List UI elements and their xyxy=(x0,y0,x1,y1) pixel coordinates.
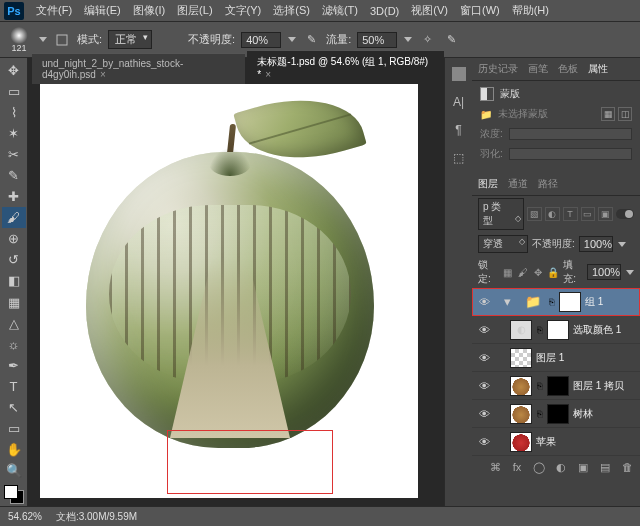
visibility-icon[interactable]: 👁 xyxy=(476,324,492,336)
tab-brush[interactable]: 画笔 xyxy=(528,62,548,76)
adjustment-thumb[interactable]: ◐ xyxy=(510,320,532,340)
layer-name[interactable]: 选取颜色 1 xyxy=(573,323,621,337)
filter-smart-icon[interactable]: ▣ xyxy=(598,207,613,221)
dropdown-icon[interactable] xyxy=(626,270,634,275)
new-group-icon[interactable]: ▣ xyxy=(576,460,590,474)
layer-name[interactable]: 组 1 xyxy=(585,295,603,309)
tab-properties[interactable]: 属性 xyxy=(588,62,608,76)
airbrush-icon[interactable]: ✧ xyxy=(418,31,436,49)
menu-layer[interactable]: 图层(L) xyxy=(171,1,218,20)
visibility-icon[interactable]: 👁 xyxy=(476,380,492,392)
link-layers-icon[interactable]: ⌘ xyxy=(488,460,502,474)
gradient-tool[interactable]: ▦ xyxy=(2,292,26,313)
magic-wand-tool[interactable]: ✶ xyxy=(2,123,26,144)
hand-tool[interactable]: ✋ xyxy=(2,439,26,460)
fx-icon[interactable]: fx xyxy=(510,460,524,474)
lock-position-icon[interactable]: ✥ xyxy=(532,266,543,279)
healing-tool[interactable]: ✚ xyxy=(2,186,26,207)
filter-adj-icon[interactable]: ◐ xyxy=(545,207,560,221)
pen-tool[interactable]: ✒ xyxy=(2,355,26,376)
brush-tool[interactable]: 🖌 xyxy=(2,207,26,228)
canvas[interactable] xyxy=(28,84,444,506)
vector-mask-icon[interactable]: ◫ xyxy=(618,107,632,121)
tab-layers[interactable]: 图层 xyxy=(478,177,498,191)
mask-thumb[interactable] xyxy=(547,404,569,424)
visibility-icon[interactable]: 👁 xyxy=(476,352,492,364)
flow-dropdown-icon[interactable] xyxy=(404,37,412,42)
close-icon[interactable]: × xyxy=(265,69,271,80)
layer-thumb[interactable] xyxy=(510,432,532,452)
new-adjustment-icon[interactable]: ◐ xyxy=(554,460,568,474)
mask-thumb[interactable] xyxy=(547,320,569,340)
lock-all-icon[interactable]: 🔒 xyxy=(547,266,559,279)
filter-toggle[interactable] xyxy=(616,209,634,219)
layer-filter-kind[interactable]: p 类型 xyxy=(478,198,524,230)
3d-panel-icon[interactable]: ⬚ xyxy=(449,148,469,168)
lock-transparent-icon[interactable]: ▦ xyxy=(502,266,513,279)
menu-select[interactable]: 选择(S) xyxy=(267,1,316,20)
fill-field[interactable]: 100% xyxy=(587,264,621,280)
layer-thumb[interactable] xyxy=(510,348,532,368)
shape-tool[interactable]: ▭ xyxy=(2,418,26,439)
layer-row-group[interactable]: 👁 ▾ 📁 ⎘ 组 1 xyxy=(472,288,640,316)
flow-field[interactable]: 50% xyxy=(357,32,397,48)
blend-mode-select[interactable]: 正常 xyxy=(108,30,152,49)
new-layer-icon[interactable]: ▤ xyxy=(598,460,612,474)
layer-name[interactable]: 树林 xyxy=(573,407,593,421)
color-panel-icon[interactable] xyxy=(449,64,469,84)
doc-tab-2[interactable]: 未标题-1.psd @ 54.6% (组 1, RGB/8#) *× xyxy=(247,50,444,84)
menu-filter[interactable]: 滤镜(T) xyxy=(316,1,364,20)
move-tool[interactable]: ✥ xyxy=(2,60,26,81)
filter-shape-icon[interactable]: ▭ xyxy=(581,207,596,221)
visibility-icon[interactable]: 👁 xyxy=(476,296,492,308)
menu-type[interactable]: 文字(Y) xyxy=(219,1,268,20)
tab-paths[interactable]: 路径 xyxy=(538,177,558,191)
eyedropper-tool[interactable]: ✎ xyxy=(2,165,26,186)
layer-row[interactable]: 👁 图层 1 xyxy=(472,344,640,372)
tab-history[interactable]: 历史记录 xyxy=(478,62,518,76)
menu-3d[interactable]: 3D(D) xyxy=(364,3,405,19)
blur-tool[interactable]: △ xyxy=(2,313,26,334)
tab-swatches[interactable]: 色板 xyxy=(558,62,578,76)
lock-pixel-icon[interactable]: 🖌 xyxy=(517,266,528,279)
menu-help[interactable]: 帮助(H) xyxy=(506,1,555,20)
menu-image[interactable]: 图像(I) xyxy=(127,1,171,20)
mask-thumb[interactable] xyxy=(547,376,569,396)
stamp-tool[interactable]: ⊕ xyxy=(2,228,26,249)
menu-view[interactable]: 视图(V) xyxy=(405,1,454,20)
foreground-background-colors[interactable] xyxy=(2,483,26,506)
menu-edit[interactable]: 编辑(E) xyxy=(78,1,127,20)
layer-row[interactable]: 👁 苹果 xyxy=(472,428,640,456)
eraser-tool[interactable]: ◧ xyxy=(2,270,26,291)
lasso-tool[interactable]: ⌇ xyxy=(2,102,26,123)
dropdown-icon[interactable] xyxy=(618,242,626,247)
paragraph-panel-icon[interactable]: ¶ xyxy=(449,120,469,140)
filter-type-icon[interactable]: T xyxy=(563,207,578,221)
filter-pixel-icon[interactable]: ▧ xyxy=(527,207,542,221)
layer-thumb[interactable] xyxy=(510,404,532,424)
layer-row[interactable]: 👁 ⎘ 树林 xyxy=(472,400,640,428)
brush-panel-icon[interactable] xyxy=(53,31,71,49)
layer-row[interactable]: 👁 ◐ ⎘ 选取颜色 1 xyxy=(472,316,640,344)
delete-icon[interactable]: 🗑 xyxy=(620,460,634,474)
tab-channels[interactable]: 通道 xyxy=(508,177,528,191)
zoom-tool[interactable]: 🔍 xyxy=(2,460,26,481)
layer-name[interactable]: 图层 1 拷贝 xyxy=(573,379,624,393)
menu-window[interactable]: 窗口(W) xyxy=(454,1,506,20)
blend-mode-select[interactable]: 穿透 xyxy=(478,235,528,253)
doc-tab-1[interactable]: und_night_2_by_nathies_stock-d4gy0ih.psd… xyxy=(32,53,245,84)
layer-name[interactable]: 苹果 xyxy=(536,435,556,449)
character-panel-icon[interactable]: A| xyxy=(449,92,469,112)
opacity-field[interactable]: 40% xyxy=(241,32,281,48)
pressure-opacity-icon[interactable]: ✎ xyxy=(302,31,320,49)
layer-thumb[interactable] xyxy=(510,376,532,396)
marquee-tool[interactable]: ▭ xyxy=(2,81,26,102)
mask-thumb[interactable] xyxy=(559,292,581,312)
brush-dropdown-icon[interactable] xyxy=(39,37,47,42)
path-select-tool[interactable]: ↖ xyxy=(2,397,26,418)
close-icon[interactable]: × xyxy=(100,69,106,80)
layer-name[interactable]: 图层 1 xyxy=(536,351,564,365)
add-mask-icon[interactable]: ◯ xyxy=(532,460,546,474)
menu-file[interactable]: 文件(F) xyxy=(30,1,78,20)
dodge-tool[interactable]: ☼ xyxy=(2,334,26,355)
